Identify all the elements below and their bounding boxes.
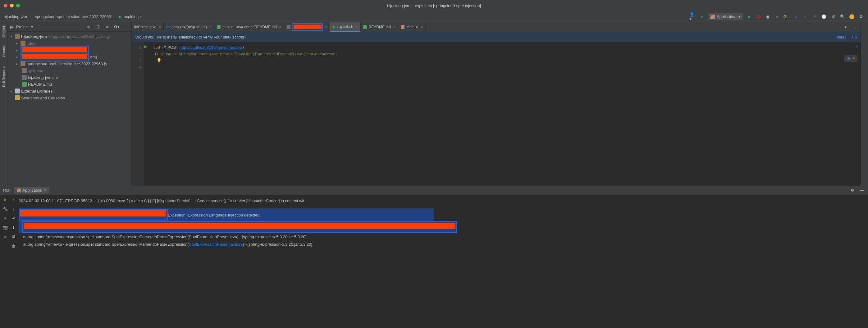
tab-pom[interactable]: mpom.xml (rasp-agent)×	[164, 22, 214, 32]
chevron-right-icon[interactable]: ▸	[16, 48, 19, 52]
gear-icon[interactable]: ⚙▾	[114, 24, 120, 30]
breadcrumb-project[interactable]: springcloud-spel-injection-cve-2022-2296…	[35, 14, 111, 19]
tree-label: .gitignore	[28, 68, 44, 73]
wrench-icon[interactable]: 🔧	[2, 206, 8, 212]
chevron-right-icon[interactable]: ▸	[16, 62, 19, 66]
search-icon[interactable]: 🔍	[839, 14, 846, 20]
intention-bulb-icon[interactable]: 💡	[157, 58, 161, 63]
kotlin-icon	[711, 14, 715, 19]
close-icon[interactable]: ×	[356, 25, 358, 29]
redacted-content	[24, 223, 456, 229]
tree-item-external-libraries[interactable]: ▸ External Libraries	[7, 88, 131, 94]
close-icon[interactable]: ×	[159, 25, 161, 29]
dismiss-link[interactable]: No	[851, 35, 857, 39]
close-icon[interactable]: ×	[421, 25, 423, 29]
project-tool-button[interactable]: Project	[2, 25, 6, 38]
tree-root[interactable]: ▾ hijacking-jvm ~/appsec/applicationSec/…	[7, 33, 131, 40]
tab-readme[interactable]: README.md×	[361, 22, 398, 32]
select-opened-icon[interactable]: ⊕	[86, 24, 92, 30]
stop-icon[interactable]: ■	[2, 215, 8, 222]
code-url[interactable]: http://localhost:8080/iamvulnerable	[180, 45, 242, 50]
code-content[interactable]: curl -X POST http://localhost:8080/iamvu…	[144, 42, 339, 186]
tabs-dropdown-icon[interactable]: ▾	[842, 24, 849, 30]
traffic-lights	[4, 4, 20, 7]
redacted-content	[20, 210, 166, 217]
close-window-button[interactable]	[4, 4, 7, 7]
revert-icon[interactable]: ↺	[830, 14, 836, 20]
rerun-icon[interactable]: ▶	[2, 197, 8, 203]
close-icon[interactable]: ×	[44, 188, 46, 193]
build-icon[interactable]: ⬋	[699, 14, 705, 20]
maximize-window-button[interactable]	[16, 4, 20, 7]
stacktrace-link[interactable]: SpelExpressionParser.java:33	[189, 242, 243, 247]
tab-exploit[interactable]: ▶exploit.sh×	[330, 22, 361, 32]
exit-icon[interactable]: ⎋	[2, 234, 8, 240]
collapse-all-icon[interactable]: ⇻	[104, 24, 110, 30]
editor-notification: Would you like to install shellcheck to …	[132, 32, 861, 42]
soft-wrap-icon[interactable]: ⤶	[10, 215, 17, 222]
tab-redacted[interactable]: ×	[284, 22, 330, 32]
chevron-right-icon[interactable]: ▸	[16, 42, 19, 45]
hide-panel-icon[interactable]: —	[859, 187, 865, 194]
stop-button[interactable]: ■	[774, 14, 780, 20]
console-output[interactable]: 2024-02-03 12:00:11.071 ERROR 95812 --- …	[19, 195, 868, 251]
floating-toolbar: m ×	[844, 55, 858, 62]
run-config-name: Application	[717, 14, 737, 19]
breadcrumb-file[interactable]: exploit.sh	[124, 14, 141, 19]
hide-panel-icon[interactable]: —	[123, 24, 129, 30]
tree-item-scratches[interactable]: Scratches and Consoles	[7, 94, 131, 101]
down-icon[interactable]: ↓	[10, 206, 17, 212]
close-icon[interactable]: ×	[279, 25, 281, 29]
run-config-selector[interactable]: Application ▾	[708, 13, 743, 20]
scroll-end-icon[interactable]: ⤓	[10, 225, 17, 231]
close-icon[interactable]: ×	[852, 56, 855, 61]
user-icon[interactable]: 👤▾	[689, 14, 695, 20]
git-commit-icon[interactable]: ✓	[802, 14, 808, 20]
chevron-right-icon[interactable]: ▸	[16, 55, 19, 59]
run-tab-application[interactable]: Application ×	[14, 187, 49, 194]
project-view-dropdown[interactable]: ▾	[31, 25, 33, 29]
close-icon[interactable]: ×	[393, 25, 396, 29]
kotlin-icon	[401, 25, 404, 29]
debug-button[interactable]: 🐞	[755, 14, 762, 20]
tree-item-readme[interactable]: README.md	[7, 81, 131, 88]
tab-main-kt[interactable]: Main.kt×	[398, 22, 426, 32]
more-icon[interactable]: ⋮	[852, 24, 858, 30]
minimize-window-button[interactable]	[10, 4, 14, 7]
settings-icon[interactable]: ⚙	[858, 14, 864, 20]
commit-tool-button[interactable]: Commit	[2, 44, 6, 58]
inspection-ok-icon[interactable]: ✓	[855, 44, 859, 49]
coverage-button[interactable]: ◉	[765, 14, 771, 20]
pull-requests-tool-button[interactable]: Pull Requests	[2, 65, 6, 88]
breadcrumb-root[interactable]: hijacking-jvm	[4, 14, 27, 19]
tab-itycheck[interactable]: ityCheck.java×	[132, 22, 164, 32]
library-icon	[15, 89, 20, 94]
trash-icon[interactable]: 🗑	[10, 243, 17, 250]
tab-rasp-readme[interactable]: custom-rasp-agent/README.md×	[214, 22, 284, 32]
run-button[interactable]: ▶	[746, 14, 752, 20]
code-editor[interactable]: 1 2 3 4 ▶ curl -X POST http://localhost:…	[132, 42, 861, 186]
gear-icon[interactable]: ⚙	[849, 187, 856, 194]
git-push-icon[interactable]: ↗	[811, 14, 818, 20]
chevron-right-icon[interactable]: ▸	[10, 90, 14, 93]
log-line: 2024-02-03 12:00:11.071 ERROR 95812 --- …	[19, 197, 868, 205]
up-icon[interactable]: ↑	[10, 197, 17, 203]
maven-icon[interactable]: m	[846, 56, 850, 61]
tree-item-gitignore[interactable]: .gitignore	[7, 67, 131, 74]
git-history-icon[interactable]: 🕐	[821, 14, 827, 20]
tree-item-redacted-2[interactable]: ▸ ent]	[7, 54, 131, 60]
install-link[interactable]: Install	[836, 35, 846, 39]
project-folder-icon: ▤	[10, 25, 14, 29]
tree-item-iml[interactable]: hijacking-jvm.iml	[7, 74, 131, 81]
project-tree[interactable]: ▾ hijacking-jvm ~/appsec/applicationSec/…	[7, 32, 131, 186]
run-line-icon[interactable]: ▶	[144, 44, 147, 49]
ide-updates-icon[interactable]	[849, 14, 855, 20]
git-pull-icon[interactable]: ↙	[793, 14, 799, 20]
camera-icon[interactable]: 📷	[2, 225, 8, 231]
titlebar: hijacking-jvm – exploit.sh [springcloud-…	[0, 0, 868, 11]
expand-all-icon[interactable]: ⇶	[95, 24, 101, 30]
print-icon[interactable]: 🖶	[10, 234, 17, 240]
close-icon[interactable]: ×	[325, 25, 328, 29]
close-icon[interactable]: ×	[209, 25, 212, 29]
chevron-down-icon[interactable]: ▾	[10, 35, 14, 38]
